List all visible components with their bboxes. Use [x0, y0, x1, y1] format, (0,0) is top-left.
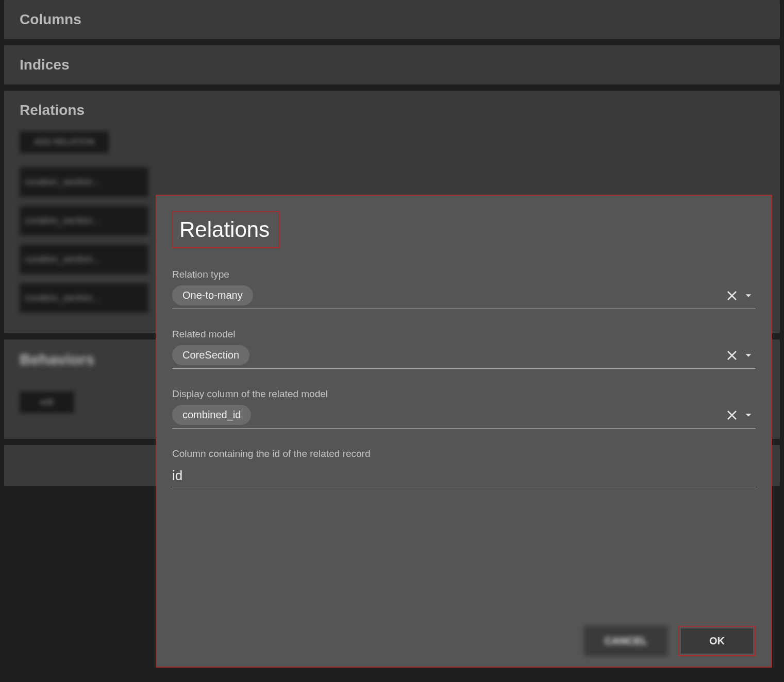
- add-relation-button[interactable]: ADD RELATION: [20, 131, 109, 153]
- relation-type-chip: One-to-many: [172, 285, 253, 305]
- display-column-field: Display column of the related model comb…: [172, 388, 756, 429]
- ok-button-highlight: OK: [678, 626, 756, 656]
- chevron-down-icon: [744, 411, 753, 419]
- ok-button[interactable]: OK: [681, 628, 753, 654]
- dialog-title-highlight: Relations: [172, 211, 280, 248]
- id-column-input[interactable]: [172, 465, 756, 487]
- display-column-dropdown-button[interactable]: [741, 408, 756, 422]
- relations-title: Relations: [20, 102, 764, 118]
- close-icon: [726, 349, 738, 362]
- clear-relation-type-button[interactable]: [723, 286, 741, 305]
- related-model-select[interactable]: CoreSection: [172, 345, 756, 369]
- relation-type-label: Relation type: [172, 269, 756, 280]
- display-column-label: Display column of the related model: [172, 388, 756, 400]
- dialog-actions: CANCEL OK: [172, 610, 756, 656]
- cancel-button[interactable]: CANCEL: [584, 626, 668, 656]
- clear-display-column-button[interactable]: [723, 406, 741, 424]
- display-column-select[interactable]: combined_id: [172, 405, 756, 429]
- indices-title: Indices: [20, 57, 764, 73]
- close-icon: [726, 289, 738, 302]
- id-column-field: Column containing the id of the related …: [172, 448, 756, 487]
- columns-title: Columns: [20, 11, 764, 28]
- id-column-label: Column containing the id of the related …: [172, 448, 756, 459]
- behavior-edit-button[interactable]: edit: [20, 391, 74, 413]
- related-model-chip: CoreSection: [172, 345, 249, 365]
- relation-item[interactable]: curation_section...: [20, 283, 148, 313]
- relation-item[interactable]: curation_section...: [20, 167, 148, 197]
- related-model-dropdown-button[interactable]: [741, 348, 756, 363]
- relation-type-select[interactable]: One-to-many: [172, 285, 756, 309]
- indices-panel[interactable]: Indices: [4, 45, 780, 84]
- related-model-field: Related model CoreSection: [172, 329, 756, 369]
- relation-type-field: Relation type One-to-many: [172, 269, 756, 309]
- columns-panel[interactable]: Columns: [4, 0, 780, 39]
- related-model-label: Related model: [172, 329, 756, 340]
- chevron-down-icon: [744, 351, 753, 360]
- dialog-title: Relations: [179, 217, 270, 242]
- clear-related-model-button[interactable]: [723, 346, 741, 365]
- chevron-down-icon: [744, 292, 753, 300]
- relations-dialog: Relations Relation type One-to-many Rela…: [156, 195, 772, 668]
- relation-item[interactable]: curation_section...: [20, 206, 148, 235]
- relation-type-dropdown-button[interactable]: [741, 288, 756, 303]
- display-column-chip: combined_id: [172, 405, 251, 425]
- close-icon: [726, 409, 738, 421]
- relation-item[interactable]: curation_section...: [20, 245, 148, 274]
